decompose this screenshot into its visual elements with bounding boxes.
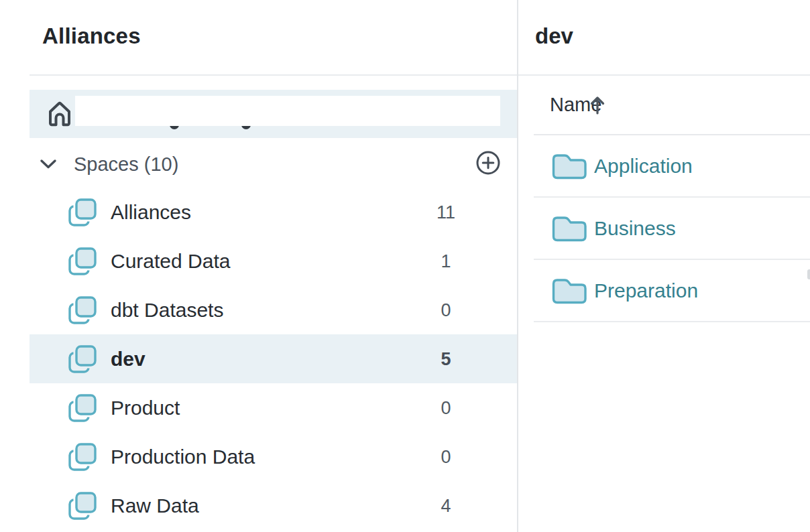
folder-name-link[interactable]: Preparation xyxy=(594,279,698,302)
folder-icon xyxy=(552,153,587,180)
space-row-curated-data[interactable]: Curated Data 1 xyxy=(30,237,517,285)
space-row-dbt-datasets[interactable]: dbt Datasets 0 xyxy=(30,285,517,334)
space-name: Alliances xyxy=(111,201,191,224)
folder-icon xyxy=(552,277,587,304)
space-icon xyxy=(68,491,97,521)
space-count: 1 xyxy=(426,251,466,271)
sidebar-title: Alliances xyxy=(42,24,141,48)
space-row-alliances[interactable]: Alliances 11 xyxy=(30,188,517,237)
space-name: dbt Datasets xyxy=(111,299,223,322)
space-icon xyxy=(68,295,97,325)
space-icon xyxy=(68,344,97,374)
space-count: 11 xyxy=(426,202,466,222)
scrollbar-sliver[interactable] xyxy=(807,269,810,279)
main-title-divider xyxy=(518,74,810,76)
main-title: dev xyxy=(535,24,573,48)
folder-row-application[interactable]: Application xyxy=(534,135,810,198)
folder-name-link[interactable]: Business xyxy=(594,217,676,240)
space-count: 0 xyxy=(426,300,466,320)
space-icon xyxy=(68,442,97,472)
space-row-raw-data[interactable]: Raw Data 4 xyxy=(30,481,517,530)
space-count: 0 xyxy=(426,397,466,418)
redacted-text-overlay xyxy=(75,96,500,126)
space-icon xyxy=(68,247,97,276)
arrow-up-icon[interactable] xyxy=(589,94,606,119)
chevron-down-icon[interactable] xyxy=(40,159,57,172)
spaces-section-label: Spaces (10) xyxy=(74,153,178,176)
add-space-button[interactable] xyxy=(475,150,501,176)
space-name: dev xyxy=(111,348,146,371)
spaces-section-header: Spaces (10) xyxy=(30,149,517,178)
space-count: 5 xyxy=(426,348,466,369)
space-name: Raw Data xyxy=(111,494,199,517)
space-name: Curated Data xyxy=(111,250,230,273)
folder-row-preparation[interactable]: Preparation xyxy=(534,260,810,322)
space-row-product[interactable]: Product 0 xyxy=(30,383,517,432)
folder-table: Application Business Preparation xyxy=(534,135,810,322)
space-count: 4 xyxy=(426,495,466,516)
folder-row-business[interactable]: Business xyxy=(534,198,810,260)
space-icon xyxy=(68,393,97,423)
space-icon xyxy=(68,198,97,227)
home-icon xyxy=(46,99,74,131)
right-panel: dev Name Application Business xyxy=(518,0,810,532)
space-count: 0 xyxy=(426,446,466,467)
sidebar-title-divider xyxy=(30,74,518,76)
space-row-dev[interactable]: dev 5 xyxy=(30,334,517,383)
home-row[interactable] xyxy=(30,90,517,138)
space-row-production-data[interactable]: Production Data 0 xyxy=(30,432,517,481)
space-list: Alliances 11 Curated Data 1 dbt Datase xyxy=(30,188,517,530)
space-name: Product xyxy=(111,397,180,419)
folder-name-link[interactable]: Application xyxy=(594,155,693,178)
app-root: Alliances Spaces (10) xyxy=(0,0,810,532)
folder-icon xyxy=(552,215,587,242)
left-panel: Alliances Spaces (10) xyxy=(0,0,517,532)
space-name: Production Data xyxy=(111,446,255,468)
